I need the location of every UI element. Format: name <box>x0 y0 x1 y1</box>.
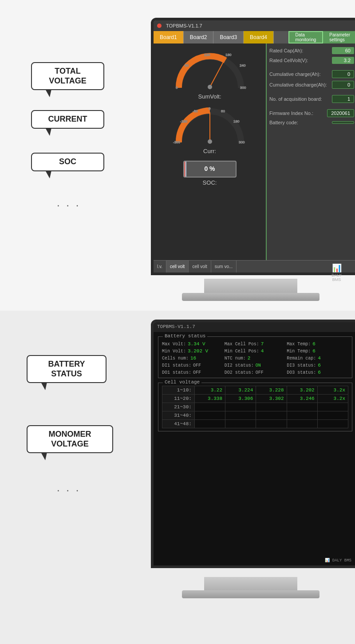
cells-num-item: Cells num: 16 <box>162 356 224 361</box>
cell-value-0-3: 3.202 <box>287 386 317 395</box>
soc-percent: 0 % <box>184 165 236 172</box>
sub-tab-data-monitoring[interactable]: Datamonitoring <box>288 31 323 43</box>
left-gauge-panel: 0 60 120 180 240 300 SumVolt: <box>154 43 266 260</box>
do3-value: 6 <box>318 370 321 375</box>
cum-charge-label: Cumulative charge(Ah): <box>269 71 321 77</box>
do1-item: DO1 status: OFF <box>162 370 224 375</box>
sub-tab-parameter-settings[interactable]: Parametersettings <box>323 31 355 43</box>
max-temp-value: 6 <box>312 341 316 347</box>
tab-board2[interactable]: Board2 <box>184 31 214 43</box>
btab-cellvolt1[interactable]: cell volt <box>166 261 189 273</box>
cell-value-1-1: 3.306 <box>225 395 256 403</box>
cell-value-2-3 <box>287 403 317 411</box>
bubble-battery-status: BATTERY STATUS <box>27 355 106 383</box>
soc-label: SOC: <box>203 179 217 186</box>
sumvolt-gauge: 0 60 120 180 240 300 <box>172 48 248 92</box>
svg-text:240: 240 <box>240 63 246 67</box>
do2-value: OFF <box>256 370 264 375</box>
tab-board1[interactable]: Board1 <box>154 31 184 43</box>
battery-tip <box>236 166 237 174</box>
btab-lv[interactable]: l.v. <box>154 261 166 273</box>
max-temp-label: Max Temp: <box>287 342 311 347</box>
section-2: BATTERY STATUS MONOMER VOLTAGE · · · TOP… <box>0 311 355 644</box>
firmware-label: Firmware Index No.: <box>269 111 313 116</box>
dots-2: · · · <box>57 484 80 496</box>
max-cell-pos-label: Max Cell Pos: <box>225 342 259 347</box>
rated-cap-label: Rated Cap(Ah): <box>269 48 303 53</box>
daly-logo-2: 📊 DALY BMS <box>154 556 355 565</box>
battery-code-value <box>332 121 354 124</box>
min-volt-label: Min Volt: <box>162 349 186 354</box>
tab-board3[interactable]: Board3 <box>213 31 244 43</box>
cell-value-0-2: 3.228 <box>256 386 287 395</box>
right-settings-panel: Rated Cap(Ah): 60 Rated CellVolt(V): 3.2… <box>266 43 355 260</box>
cell-row-label-1: 11~20: <box>162 395 195 403</box>
monitor-1-base <box>182 293 320 301</box>
cells-num-value: 16 <box>190 356 196 361</box>
btab-sumvo[interactable]: sum vo... <box>211 261 237 273</box>
app2-body: Battery status Max Volt: 3.34 V Max Cell… <box>154 332 355 556</box>
section-1: TOTAL VOLTAGE CURRENT SOC · · · TOPBMS-V… <box>0 0 355 311</box>
max-cell-pos-value: 7 <box>261 341 264 347</box>
battery-status-grid: Max Volt: 3.34 V Max Cell Pos: 7 Max Tem… <box>162 341 348 375</box>
min-temp-item: Min Temp: 6 <box>287 348 348 354</box>
tab-board4[interactable]: Board4 <box>244 31 274 43</box>
remain-cap-value: 4 <box>318 356 321 361</box>
min-temp-label: Min Temp: <box>287 349 311 354</box>
min-cell-pos-label: Min Cell Pos: <box>225 349 259 354</box>
monitor-2: TOPBMS-V1.1.7 Battery status Max Volt: 3… <box>151 320 355 568</box>
ntc-num-label: NTC num: <box>225 356 246 361</box>
svg-text:0: 0 <box>176 86 178 90</box>
cell-voltage-row-4: 41~48: <box>162 420 348 428</box>
di1-label: DI1 status: <box>162 363 191 368</box>
do2-label: DO2 status: <box>225 370 254 375</box>
bubble-total-voltage-text: TOTAL VOLTAGE <box>49 67 86 85</box>
di3-value: 6 <box>318 363 321 368</box>
max-cell-pos-item: Max Cell Pos: 7 <box>225 341 286 347</box>
bottom-tabs[interactable]: l.v. cell volt cell volt sum vo... <box>154 260 355 273</box>
min-temp-value: 6 <box>312 348 316 354</box>
dots-1: · · · <box>57 199 80 211</box>
cell-value-3-4 <box>317 411 348 420</box>
firmware-value: 2020061 <box>327 109 354 117</box>
svg-point-7 <box>208 85 212 89</box>
svg-text:60: 60 <box>221 109 225 113</box>
cell-row-label-3: 31~40: <box>162 411 195 420</box>
title-bar: TOPBMS-V1.1.7 <box>154 20 355 31</box>
cell-row-label-0: 1~10: <box>162 386 195 395</box>
acq-board-row: No. of acquisition board: 1 <box>269 95 354 103</box>
cell-voltage-row-1: 11~20:3.3383.3063.3023.2463.2x <box>162 395 348 403</box>
cell-value-4-2 <box>256 420 287 428</box>
cells-num-label: Cells num: <box>162 356 189 361</box>
min-volt-value: 3.202 V <box>188 348 208 354</box>
daly-icon: 📊 <box>331 263 342 273</box>
btab-cellvolt2[interactable]: cell volt <box>189 261 211 273</box>
rated-cap-row: Rated Cap(Ah): 60 <box>269 47 354 54</box>
max-volt-item: Max Volt: 3.34 V <box>162 341 224 347</box>
curr-gauge: -300 -180 -60 0 60 180 300 <box>172 103 248 147</box>
cell-voltage-section: Cell voltage 1~10:3.223.2243.2283.2023.2… <box>158 383 352 431</box>
board-tabs[interactable]: Board1 Board2 Board3 Board4 Datamonitori… <box>154 31 355 43</box>
cell-value-1-2: 3.302 <box>256 395 287 403</box>
min-cell-pos-item: Min Cell Pos: 4 <box>225 348 286 354</box>
svg-text:-180: -180 <box>180 119 188 123</box>
soc-container: 0 % SOC: <box>183 159 237 186</box>
curr-gauge-container: -300 -180 -60 0 60 180 300 Curr: <box>158 103 261 154</box>
svg-text:120: 120 <box>204 53 210 57</box>
min-volt-item: Min Volt: 3.202 V <box>162 348 224 354</box>
cum-discharge-value: 0 <box>332 81 354 89</box>
bubble-monomer-text: MONOMER VOLTAGE <box>49 430 91 448</box>
svg-text:180: 180 <box>233 119 240 123</box>
soc-bar: 0 % <box>183 161 237 178</box>
cell-value-3-3 <box>287 411 317 420</box>
curr-label: Curr: <box>203 148 216 154</box>
svg-text:180: 180 <box>225 53 232 57</box>
bubble-soc: SOC <box>31 153 104 171</box>
cell-value-0-4: 3.2x <box>317 386 348 395</box>
cum-charge-value: 0 <box>332 70 354 78</box>
cell-value-2-0 <box>194 403 225 411</box>
battery-status-section: Battery status Max Volt: 3.34 V Max Cell… <box>158 336 352 378</box>
svg-text:0: 0 <box>209 107 211 111</box>
svg-text:300: 300 <box>239 140 245 144</box>
svg-text:-300: -300 <box>173 140 181 144</box>
